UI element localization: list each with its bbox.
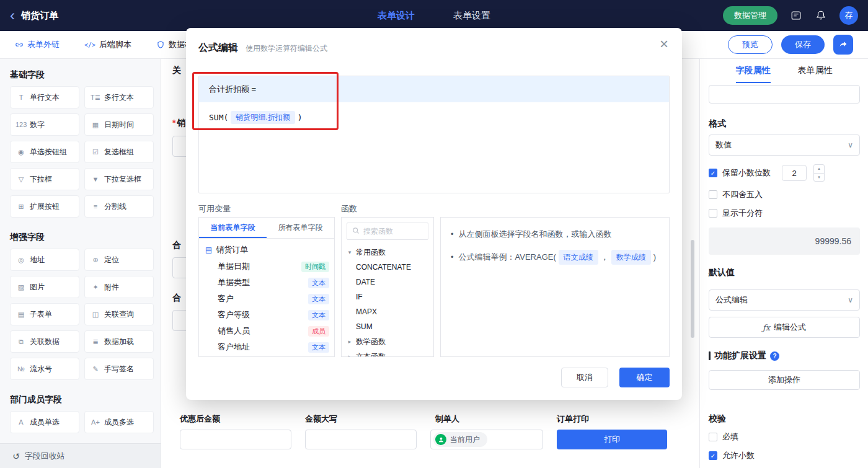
amount-in-words-input[interactable] — [305, 430, 417, 449]
palette-item-address[interactable]: ◎地址 — [10, 249, 79, 271]
function-item-mapx[interactable]: MAPX — [342, 304, 433, 319]
palette-item-linked-data[interactable]: ⧉关联数据 — [10, 330, 79, 353]
format-value: 数值 — [715, 139, 732, 151]
field-recycle-bin[interactable]: ↺ 字段回收站 — [0, 443, 161, 468]
palette-item-multi-line-text[interactable]: T≣多行文本 — [84, 86, 154, 108]
variable-row-doc-date[interactable]: 单据日期 时间戳 — [199, 258, 334, 275]
function-item-if[interactable]: IF — [342, 289, 433, 304]
palette-item-radio-group[interactable]: ◉单选按钮组 — [10, 141, 79, 163]
tab-backend-script[interactable]: </> 后端脚本 — [84, 39, 131, 50]
tab-field-properties[interactable]: 字段属性 — [736, 65, 771, 83]
palette-item-serial-number[interactable]: №流水号 — [10, 358, 79, 380]
default-value-label: 默认值 — [709, 267, 735, 278]
tab-form-settings[interactable]: 表单设置 — [453, 10, 490, 22]
palette-item-extension-button[interactable]: ⊞扩展按钮 — [10, 195, 79, 218]
palette-item-signature[interactable]: ✎手写签名 — [84, 358, 154, 380]
tab-form-external-link[interactable]: 表单外链 — [15, 39, 60, 50]
location-icon: ⊕ — [90, 256, 101, 264]
org-switch-icon[interactable] — [790, 9, 802, 22]
cancel-button[interactable]: 取消 — [561, 368, 608, 387]
format-select[interactable]: 数值 ∨ — [709, 135, 860, 156]
edit-formula-button[interactable]: ƒx 编辑公式 — [709, 317, 860, 338]
back-icon[interactable]: ‹ — [10, 8, 15, 23]
formula-expression[interactable]: SUM( 销货明细.折扣额 ) — [199, 102, 669, 133]
recycle-label: 字段回收站 — [25, 451, 65, 462]
function-group-common[interactable]: ▾ 常用函数 — [342, 245, 433, 260]
serial-number-icon: № — [16, 365, 27, 373]
palette-item-single-line-text[interactable]: T单行文本 — [10, 86, 79, 108]
function-group-math[interactable]: ▸ 数学函数 — [342, 334, 433, 349]
share-button[interactable] — [833, 35, 853, 55]
save-button[interactable]: 保存 — [781, 35, 825, 54]
dialog-subtitle: 使用数学运算符编辑公式 — [246, 43, 327, 54]
function-item-date[interactable]: DATE — [342, 275, 433, 289]
current-user-chip[interactable]: 当前用户 — [433, 432, 487, 447]
creator-input[interactable]: 当前用户 — [430, 430, 543, 449]
decimal-places-input[interactable]: 2 — [782, 165, 807, 181]
variable-name: 客户地址 — [218, 342, 250, 353]
palette-item-subform[interactable]: ▤子表单 — [10, 303, 79, 325]
form-tree-node[interactable]: ▤ 销货订单 — [199, 239, 334, 258]
subform-icon: ▤ — [16, 311, 27, 319]
variable-row-salesperson[interactable]: 销售人员 成员 — [199, 323, 334, 339]
user-avatar[interactable]: 存 — [839, 6, 858, 25]
tab-current-form-fields[interactable]: 当前表单字段 — [199, 218, 267, 238]
palette-item-checkbox-group[interactable]: ☑复选框组 — [84, 141, 154, 163]
type-badge: 文本 — [308, 342, 329, 353]
stepper-up-icon[interactable]: ▴ — [814, 165, 824, 173]
variable-row-doc-type[interactable]: 单据类型 文本 — [199, 275, 334, 291]
tab-form-properties[interactable]: 表单属性 — [798, 65, 833, 83]
field-name-input[interactable] — [709, 85, 860, 104]
palette-item-number[interactable]: 123数字 — [10, 113, 79, 136]
variable-row-customer[interactable]: 客户 文本 — [199, 291, 334, 307]
type-badge: 时间戳 — [301, 262, 329, 272]
preview-button[interactable]: 预览 — [728, 35, 773, 54]
function-item-sum[interactable]: SUM — [342, 319, 433, 334]
format-preview: 99999.56 — [709, 227, 860, 255]
palette-item-divider[interactable]: ≡分割线 — [84, 195, 154, 218]
palette-item-member-multi[interactable]: A+成员多选 — [84, 411, 154, 433]
palette-item-data-load[interactable]: ≣数据加载 — [84, 330, 154, 353]
properties-tabs: 字段属性 表单属性 — [700, 65, 868, 83]
palette-item-dropdown[interactable]: ▽下拉框 — [10, 168, 79, 190]
palette-item-member-single[interactable]: A成员单选 — [10, 411, 79, 433]
notification-bell-icon[interactable] — [815, 9, 827, 22]
confirm-button[interactable]: 确定 — [619, 368, 670, 387]
palette-item-location[interactable]: ⊕定位 — [84, 249, 154, 271]
function-item-concatenate[interactable]: CONCATENATE — [342, 260, 433, 275]
close-icon[interactable]: × — [660, 37, 668, 51]
function-group-text[interactable]: ▸ 文本函数 — [342, 349, 433, 357]
function-search-input[interactable] — [363, 227, 423, 236]
palette-item-linked-query[interactable]: ◫关联查询 — [84, 303, 154, 325]
palette-item-image[interactable]: ▨图片 — [10, 276, 79, 298]
section-title-basic-fields: 基础字段 — [10, 69, 161, 80]
palette-item-multi-dropdown[interactable]: ▼下拉复选框 — [84, 168, 154, 190]
no-rounding-checkbox[interactable] — [709, 190, 717, 199]
data-manage-button[interactable]: 数据管理 — [723, 6, 777, 25]
help-icon[interactable]: ? — [770, 351, 779, 361]
allow-decimal-checkbox[interactable] — [709, 451, 717, 460]
add-action-button[interactable]: 添加操作 — [709, 370, 860, 390]
variable-row-customer-address[interactable]: 客户地址 文本 — [199, 339, 334, 355]
keep-decimals-row: 保留小数位数 2 ▴ ▾ — [709, 164, 825, 182]
radio-icon: ◉ — [16, 148, 27, 156]
palette-item-datetime[interactable]: ▦日期时间 — [84, 113, 154, 136]
formula-editor-box[interactable]: 合计折扣额 = SUM( 销货明细.折扣额 ) — [198, 76, 670, 193]
stepper-down-icon[interactable]: ▾ — [814, 173, 824, 181]
default-value-select[interactable]: 公式编辑 ∨ — [709, 289, 860, 311]
required-checkbox[interactable] — [709, 433, 717, 441]
palette-item-attachment[interactable]: ✦附件 — [84, 276, 154, 298]
discounted-amount-input[interactable] — [180, 430, 291, 449]
thousand-separator-checkbox[interactable] — [709, 209, 717, 218]
print-button[interactable]: 打印 — [557, 430, 667, 449]
chevron-down-icon: ∨ — [848, 141, 853, 149]
top-navbar: ‹ 销货订单 表单设计 表单设置 数据管理 存 — [0, 0, 868, 31]
keep-decimals-checkbox[interactable] — [709, 169, 717, 177]
canvas-scrollbar[interactable] — [691, 240, 694, 338]
tab-all-form-fields[interactable]: 所有表单字段 — [267, 218, 334, 238]
formula-field-chip[interactable]: 销货明细.折扣额 — [231, 111, 294, 124]
variable-row-customer-level[interactable]: 客户等级 文本 — [199, 307, 334, 323]
tab-form-design[interactable]: 表单设计 — [378, 10, 415, 22]
palette-item-label: 单行文本 — [30, 92, 60, 103]
help-example-suffix: ) — [653, 250, 656, 264]
